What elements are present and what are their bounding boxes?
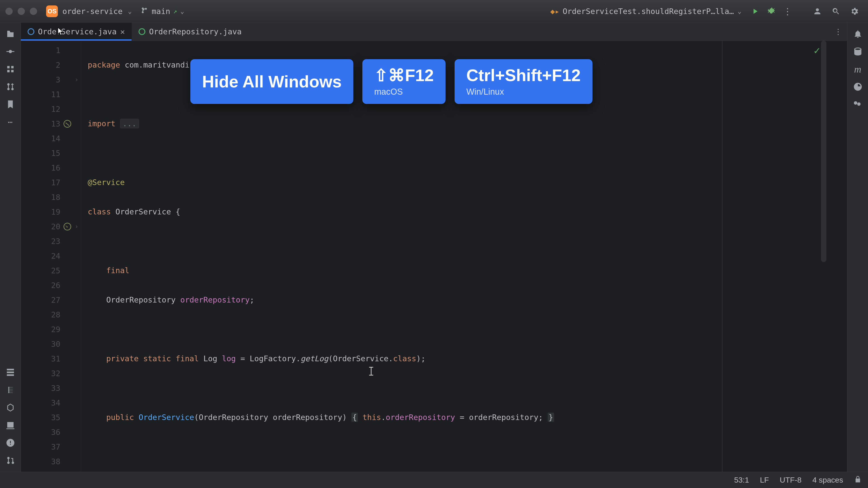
tab-orderrepository[interactable]: OrderRepository.java bbox=[132, 23, 248, 40]
text-caret-icon bbox=[368, 367, 375, 376]
fold-toggle-icon[interactable]: › bbox=[74, 76, 79, 84]
notifications-tool-button[interactable] bbox=[850, 26, 866, 42]
line-number: 24 bbox=[51, 252, 60, 260]
line-number: 16 bbox=[51, 163, 60, 172]
line-number: 3 bbox=[56, 75, 60, 84]
indent-setting[interactable]: 4 spaces bbox=[812, 476, 843, 484]
run-config-selector[interactable]: ◆▸ OrderServiceTest.shouldRegisterP…llat… bbox=[550, 7, 741, 16]
t: private static final bbox=[106, 354, 199, 363]
overlay-mac: ⇧⌘F12 macOS bbox=[362, 59, 445, 104]
search-everywhere-button[interactable] bbox=[828, 7, 844, 15]
terminal-tool-button[interactable] bbox=[2, 382, 19, 398]
beans-tool-button[interactable] bbox=[850, 96, 866, 112]
t: com.maritvandi bbox=[120, 60, 189, 69]
line-number: 32 bbox=[51, 369, 60, 378]
title-bar: OS order-service ⌄ main ↗ ⌄ ◆▸ OrderServ… bbox=[0, 0, 868, 23]
gutter-mark-icon[interactable] bbox=[64, 120, 71, 128]
overlay-win-sub: Win/Linux bbox=[466, 87, 581, 97]
t: class bbox=[393, 354, 416, 363]
database-tool-button[interactable] bbox=[850, 43, 866, 60]
project-badge[interactable]: OS bbox=[46, 5, 58, 17]
more-actions-button[interactable]: ⋮ bbox=[779, 6, 796, 17]
line-number: 37 bbox=[51, 442, 60, 451]
tabs-more-button[interactable]: ⋮ bbox=[829, 23, 847, 40]
line-number: 36 bbox=[51, 428, 60, 437]
chevron-down-icon: ⌄ bbox=[180, 7, 184, 15]
line-number: 20 bbox=[51, 222, 60, 231]
overlay-mac-sub: macOS bbox=[374, 87, 434, 97]
pull-requests-tool-button[interactable] bbox=[2, 78, 19, 95]
traffic-max[interactable] bbox=[30, 8, 37, 15]
run-tool-button[interactable] bbox=[2, 417, 19, 433]
traffic-min[interactable] bbox=[18, 8, 25, 15]
problems-tool-button[interactable] bbox=[2, 435, 19, 451]
debug-button[interactable] bbox=[763, 7, 779, 16]
line-number: 13 bbox=[51, 119, 60, 128]
code-with-me-button[interactable] bbox=[809, 7, 826, 16]
t: class bbox=[88, 207, 111, 216]
more-tool-button[interactable]: ⋯ bbox=[2, 114, 19, 130]
t: log bbox=[222, 354, 236, 363]
right-toolwindow-bar: m bbox=[847, 23, 868, 472]
test-config-icon: ◆▸ bbox=[550, 7, 559, 16]
t: orderRepository bbox=[180, 295, 250, 304]
t: this bbox=[363, 413, 381, 422]
line-number: 33 bbox=[51, 384, 60, 393]
caret-position[interactable]: 53:1 bbox=[734, 476, 749, 484]
fold-toggle-icon[interactable]: › bbox=[74, 223, 79, 230]
settings-button[interactable] bbox=[846, 7, 863, 16]
gutter-mark-icon[interactable] bbox=[64, 223, 71, 230]
tab-orderservice[interactable]: OrderService.java ✕ bbox=[21, 23, 132, 40]
project-selector[interactable]: order-service ⌄ bbox=[62, 7, 132, 16]
editor-gutter[interactable]: 1 2 3› 11 12 13 14 15 16 17 18 19 20› 23… bbox=[21, 41, 81, 472]
editor[interactable]: ✓ Hide All Windows ⇧⌘F12 macOS Ctrl+Shif… bbox=[21, 41, 847, 472]
t: ; bbox=[250, 295, 254, 304]
line-number: 2 bbox=[56, 61, 60, 70]
t: OrderService bbox=[138, 413, 194, 422]
vcs-tool-button[interactable] bbox=[2, 452, 19, 468]
window-controls bbox=[5, 8, 37, 15]
chevron-down-icon: ⌄ bbox=[738, 7, 741, 15]
line-number: 27 bbox=[51, 295, 60, 304]
t: (OrderService. bbox=[328, 354, 393, 363]
t: = orderRepository; bbox=[455, 413, 548, 422]
line-separator[interactable]: LF bbox=[760, 476, 769, 484]
close-icon[interactable]: ✕ bbox=[120, 27, 125, 36]
folded-region[interactable]: ... bbox=[120, 119, 139, 128]
commit-tool-button[interactable] bbox=[2, 43, 19, 60]
line-number: 14 bbox=[51, 134, 60, 143]
run-config-label: OrderServiceTest.shouldRegisterP…llation… bbox=[563, 7, 735, 16]
code-area[interactable]: package com.maritvandi import ... @Servi… bbox=[81, 41, 847, 472]
maven-tool-button[interactable]: m bbox=[850, 61, 866, 77]
run-button[interactable] bbox=[747, 7, 763, 15]
bookmarks-tool-button[interactable] bbox=[2, 96, 19, 112]
line-number: 15 bbox=[51, 149, 60, 158]
line-number: 1 bbox=[56, 46, 60, 55]
project-tool-button[interactable] bbox=[2, 26, 19, 42]
overlay-win-shortcut: Ctrl+Shift+F12 bbox=[466, 67, 581, 84]
project-name: order-service bbox=[62, 7, 123, 16]
t: Log bbox=[199, 354, 222, 363]
dependencies-tool-button[interactable] bbox=[2, 364, 19, 381]
services-tool-button[interactable] bbox=[2, 399, 19, 416]
status-bar: 53:1 LF UTF-8 4 spaces bbox=[0, 472, 868, 488]
traffic-close[interactable] bbox=[5, 8, 13, 15]
readonly-lock-icon[interactable] bbox=[854, 475, 862, 485]
file-encoding[interactable]: UTF-8 bbox=[780, 476, 802, 484]
editor-tabs: OrderService.java ✕ OrderRepository.java… bbox=[21, 23, 847, 41]
line-number: 11 bbox=[51, 90, 60, 99]
coverage-tool-button[interactable] bbox=[850, 78, 866, 95]
structure-tool-button[interactable] bbox=[2, 61, 19, 77]
t: . bbox=[381, 413, 385, 422]
overlay-win: Ctrl+Shift+F12 Win/Linux bbox=[455, 59, 592, 104]
line-number: 25 bbox=[51, 266, 60, 275]
vcs-widget[interactable]: main ↗ ⌄ bbox=[141, 6, 184, 16]
t: getLog bbox=[301, 354, 329, 363]
t: @Service bbox=[88, 178, 125, 187]
t: OrderService { bbox=[111, 207, 180, 216]
t: OrderRepository bbox=[106, 295, 180, 304]
line-number: 34 bbox=[51, 398, 60, 408]
line-number: 18 bbox=[51, 193, 60, 202]
shortcut-overlays: Hide All Windows ⇧⌘F12 macOS Ctrl+Shift+… bbox=[190, 59, 592, 104]
overlay-action-title: Hide All Windows bbox=[202, 73, 342, 90]
